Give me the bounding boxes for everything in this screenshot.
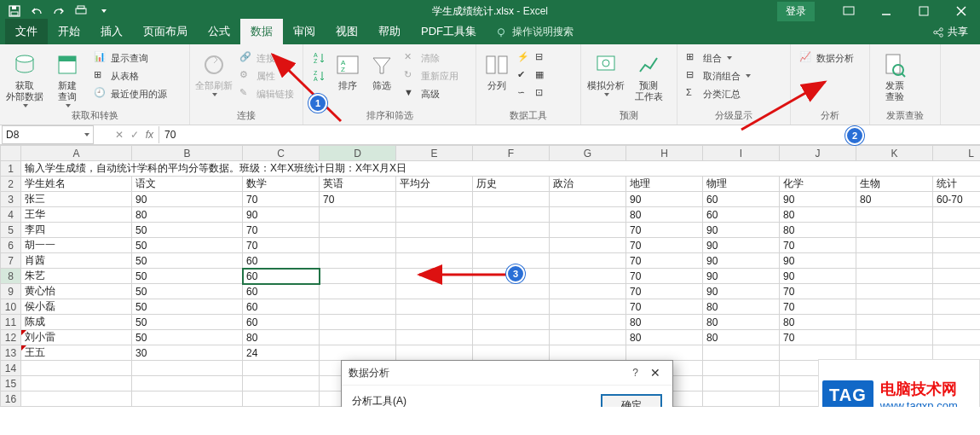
cell[interactable]: 50: [132, 284, 243, 299]
cell[interactable]: [933, 238, 981, 253]
advanced-filter-button[interactable]: ▼高级: [401, 85, 462, 102]
cell[interactable]: [703, 361, 780, 376]
cell[interactable]: [396, 269, 473, 284]
cell[interactable]: 90: [780, 192, 856, 207]
cell[interactable]: [856, 315, 933, 330]
cell[interactable]: 60: [243, 269, 320, 284]
row-header-7[interactable]: 7: [1, 253, 21, 269]
row-header-1[interactable]: 1: [1, 161, 21, 177]
cell[interactable]: [132, 392, 243, 407]
new-query-button[interactable]: 新建 查询: [48, 49, 87, 107]
ribbon-display-icon[interactable]: [830, 0, 868, 22]
row-header-5[interactable]: 5: [1, 223, 21, 238]
cell[interactable]: [243, 361, 320, 376]
cell[interactable]: 70: [626, 223, 703, 238]
tell-me[interactable]: 操作说明搜索: [487, 20, 582, 44]
dialog-help-icon[interactable]: ?: [625, 367, 645, 379]
tab-帮助[interactable]: 帮助: [368, 19, 411, 44]
col-header-D[interactable]: D: [320, 146, 396, 161]
dialog-close-icon[interactable]: ✕: [645, 366, 666, 380]
subtotal-button[interactable]: Σ分类汇总: [683, 85, 754, 102]
cell[interactable]: [21, 361, 132, 376]
cell[interactable]: 90: [780, 253, 856, 269]
row-header-6[interactable]: 6: [1, 238, 21, 253]
cell[interactable]: [473, 253, 550, 269]
col-header-H[interactable]: H: [626, 146, 703, 161]
fx-icon[interactable]: fx: [146, 129, 153, 141]
cell[interactable]: [473, 238, 550, 253]
worksheet-grid[interactable]: ABCDEFGHIJKL1输入学生成绩，自动统计学科的平均分等数据。班级：X年X…: [0, 145, 980, 407]
cell[interactable]: [550, 223, 626, 238]
tab-数据[interactable]: 数据: [240, 19, 283, 44]
cell[interactable]: [396, 299, 473, 315]
cell[interactable]: [703, 392, 780, 407]
data-analysis-button[interactable]: 📈数据分析: [796, 49, 857, 67]
cell[interactable]: 80: [703, 299, 780, 315]
cell[interactable]: [933, 253, 981, 269]
cell[interactable]: [320, 269, 396, 284]
tab-审阅[interactable]: 审阅: [283, 19, 326, 44]
cell[interactable]: [933, 223, 981, 238]
col-header-C[interactable]: C: [243, 146, 320, 161]
cell[interactable]: [320, 223, 396, 238]
cell[interactable]: 80: [856, 192, 933, 207]
cell[interactable]: [856, 223, 933, 238]
cell[interactable]: 80: [243, 330, 320, 345]
cell[interactable]: [473, 269, 550, 284]
data-validation-icon[interactable]: ✔: [516, 67, 533, 84]
cell[interactable]: [132, 361, 243, 376]
cell[interactable]: 语文: [132, 177, 243, 192]
col-header-K[interactable]: K: [856, 146, 933, 161]
cell[interactable]: [550, 330, 626, 345]
cell[interactable]: [396, 207, 473, 223]
cell[interactable]: 90: [780, 269, 856, 284]
row-header-12[interactable]: 12: [1, 330, 21, 345]
formula-input[interactable]: 70: [159, 126, 980, 143]
row-header-16[interactable]: 16: [1, 392, 21, 407]
cell[interactable]: 60: [243, 299, 320, 315]
cell[interactable]: 70: [626, 284, 703, 299]
reapply-button[interactable]: ↻重新应用: [401, 67, 462, 84]
ok-button[interactable]: 确定: [601, 394, 662, 407]
cell[interactable]: 70: [780, 330, 856, 345]
cell[interactable]: [132, 376, 243, 392]
cell[interactable]: [856, 299, 933, 315]
text-to-columns-button[interactable]: 分列: [481, 49, 512, 91]
cell[interactable]: 政治: [550, 177, 626, 192]
connections-button[interactable]: 🔗连接: [236, 49, 297, 67]
invoice-check-button[interactable]: 发票 查验: [875, 49, 914, 102]
cell[interactable]: 90: [703, 269, 780, 284]
cell[interactable]: 70: [780, 238, 856, 253]
cell[interactable]: 80: [703, 315, 780, 330]
undo-icon[interactable]: [27, 2, 46, 20]
cell[interactable]: 60: [243, 315, 320, 330]
cell[interactable]: [856, 253, 933, 269]
group-button[interactable]: ⊞组合: [683, 49, 754, 67]
cell[interactable]: 90: [703, 284, 780, 299]
tab-插入[interactable]: 插入: [90, 19, 133, 44]
remove-dup-icon[interactable]: ⊟: [533, 49, 551, 67]
cell[interactable]: [320, 284, 396, 299]
tab-PDF工具集[interactable]: PDF工具集: [411, 19, 487, 44]
cell[interactable]: [933, 299, 981, 315]
cell[interactable]: 70: [626, 253, 703, 269]
sort-desc-button[interactable]: ZA: [308, 67, 329, 84]
cell[interactable]: [21, 376, 132, 392]
cell[interactable]: [550, 269, 626, 284]
cell[interactable]: 50: [132, 223, 243, 238]
cell[interactable]: [396, 284, 473, 299]
redo-icon[interactable]: [49, 2, 68, 20]
cell[interactable]: [550, 253, 626, 269]
from-table-button[interactable]: ⊞从表格: [90, 67, 170, 84]
login-button[interactable]: 登录: [777, 2, 815, 21]
cell[interactable]: [21, 392, 132, 407]
cell[interactable]: 90: [703, 253, 780, 269]
col-header-E[interactable]: E: [396, 146, 473, 161]
edit-links-button[interactable]: ✎编辑链接: [236, 85, 297, 102]
cell[interactable]: [856, 330, 933, 345]
cell[interactable]: 90: [132, 192, 243, 207]
cell[interactable]: [933, 207, 981, 223]
cell[interactable]: [550, 284, 626, 299]
cell[interactable]: [473, 207, 550, 223]
cell[interactable]: 70: [243, 192, 320, 207]
